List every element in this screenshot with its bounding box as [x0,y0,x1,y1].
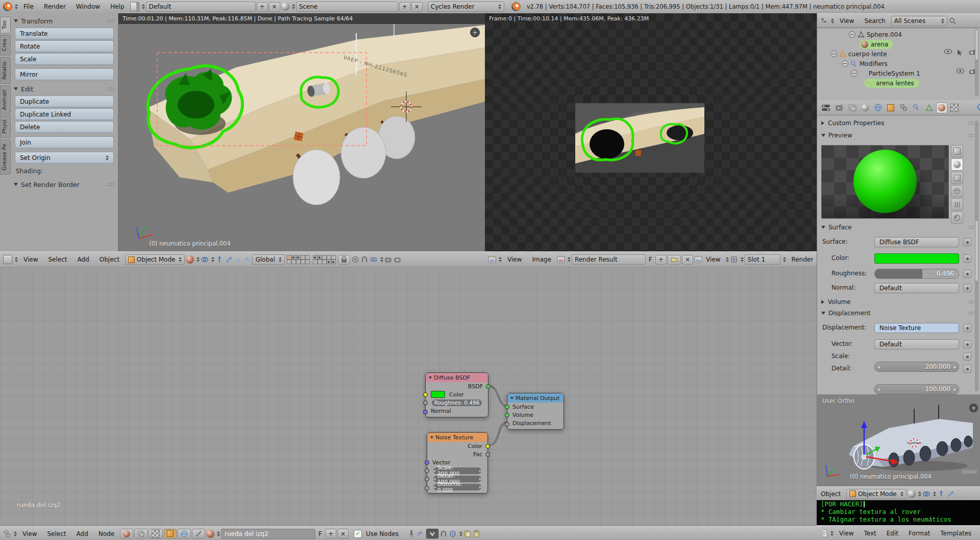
translate-button[interactable]: Translate [15,28,114,39]
manipulator-translate-icon[interactable] [215,255,224,264]
fake-user-button[interactable]: F [316,530,324,537]
detail-input-socket[interactable] [425,477,429,481]
unlink-material-button[interactable]: × [337,529,349,538]
snap-element-icon[interactable] [370,255,378,264]
menu-add[interactable]: Add [72,530,93,537]
displacement-input-socket[interactable] [505,422,509,427]
surface-socket-button[interactable] [963,238,971,246]
scene-selector[interactable]: Scene [296,2,398,12]
outliner-row-sphere[interactable]: Sphere.004 [849,30,902,39]
fac-output-socket[interactable] [485,452,490,457]
mode-selector[interactable]: Object Mode [125,254,185,265]
vector-dropdown[interactable]: Default [874,339,959,349]
render-tab-camera-icon[interactable] [834,102,845,113]
node-header[interactable]: Material Output [507,393,564,403]
node-editor[interactable]: Diffuse BSDF BSDF Color Roughnes: 0.496 … [0,267,817,526]
preview-monkey-button[interactable] [951,185,963,197]
mini-viewport-3d[interactable]: User Ortho (0) neumatico principal.004 + [817,394,980,486]
properties-scrollbar[interactable] [975,121,978,391]
viewport-shading-icon[interactable] [186,255,194,264]
unlink-image-button[interactable]: × [682,255,693,265]
duplicate-linked-button[interactable]: Duplicate Linked [15,108,114,120]
screen-layout-selector[interactable]: Default [146,2,256,12]
menu-select[interactable]: Select [42,530,70,537]
new-image-button[interactable]: + [655,255,667,265]
menu-format[interactable]: Format [904,530,935,537]
lock-to-scene-button[interactable] [338,255,350,265]
tab-grease-pencil[interactable]: Grease Pe [0,139,11,175]
menu-render[interactable]: Render [39,3,70,10]
layers-widget-2[interactable] [313,255,336,264]
visibility-eye-icon[interactable] [957,68,964,76]
duplicate-button[interactable]: Duplicate [15,96,114,107]
outliner-row-particlesystem[interactable]: ParticleSystem 1 [851,68,920,78]
node-noise-texture[interactable]: Noise Texture Color Fac Vector ◂Scale: 2… [427,432,488,494]
image-datablock-name[interactable]: Render Result [572,254,646,265]
display-mode-selector[interactable]: All Scenes [891,16,947,26]
viewport-3d[interactable]: VAEP - NH-2112S6S6S Time:00:01.20 | Mem:… [118,13,485,251]
color-output-socket[interactable] [485,444,490,449]
tab-tools[interactable]: Too [0,16,11,33]
pin-icon[interactable] [408,530,416,538]
outliner-row-cuerpo-lente[interactable]: cuerpo lente [830,49,887,59]
pivot-point-icon[interactable] [922,490,930,498]
menu-view[interactable]: View [835,17,859,25]
menu-templates[interactable]: Templates [936,530,976,537]
surface-shader-dropdown[interactable]: Diffuse BSDF [874,237,959,247]
blender-app-icon[interactable] [3,2,12,11]
panel-displacement[interactable]: Displacement [821,310,976,317]
snap-target-icon[interactable] [449,530,457,538]
image-datablock-icon[interactable] [557,255,565,264]
proportional-edit-icon[interactable] [351,255,359,264]
outliner-scrollbar[interactable] [975,30,978,96]
mesh-data-tab-icon[interactable] [923,102,935,113]
world-tab-icon[interactable] [872,102,884,113]
color-input-socket[interactable] [423,392,428,397]
editor-type-icon[interactable] [488,255,496,264]
node-header[interactable]: Noise Texture [427,433,487,442]
volume-input-socket[interactable] [505,413,509,417]
manipulator-scale-icon[interactable] [234,255,242,264]
tab-physics[interactable]: Physi [0,115,11,138]
close-scene-button[interactable]: × [411,2,423,12]
text-editor[interactable]: [POR HACER] * Cambiar textura al rover *… [817,500,980,525]
rotate-button[interactable]: Rotate [15,40,114,52]
menu-add[interactable]: Add [73,256,94,263]
fake-user-button[interactable]: F [647,256,654,263]
editor-type-icon[interactable] [3,255,12,264]
display-channels-icon[interactable] [694,255,702,264]
node-header[interactable]: Diffuse BSDF [426,373,488,382]
shader-nodes-button[interactable] [120,529,133,538]
object-shader-button[interactable] [164,529,177,538]
drag-dots-icon[interactable] [107,19,115,24]
panel-custom-properties[interactable]: Custom Properties [821,120,976,127]
pivot-icon[interactable] [730,255,738,264]
add-scene-button[interactable]: + [399,2,410,12]
mirror-button[interactable]: Mirror [15,68,114,80]
distortion-input-socket[interactable] [425,486,429,490]
linestyle-shader-button[interactable] [192,529,205,538]
preview-world-sphere-button[interactable] [951,212,963,224]
detail-field[interactable]: ◂ 100.000 ▸ [874,384,959,394]
object-tab-icon[interactable] [885,102,896,113]
scale-button[interactable]: Scale [15,53,114,65]
visibility-eye-icon[interactable] [944,49,951,56]
go-to-parent-icon[interactable] [417,530,425,538]
join-button[interactable]: Join [15,136,114,148]
collapse-icon[interactable] [849,31,855,38]
scale-input-socket[interactable] [425,468,429,473]
collapse-icon[interactable] [842,60,848,67]
search-icon[interactable] [948,17,957,25]
render-layers-tab-icon[interactable] [847,102,858,113]
material-tab-icon[interactable] [936,102,947,113]
copy-nodes-icon[interactable] [463,530,472,538]
texture-tab-icon[interactable] [949,102,960,113]
set-origin-dropdown[interactable]: Set Origin [15,152,114,163]
panel-set-render-border[interactable]: Set Render Border [14,179,115,190]
panel-surface[interactable]: Surface [821,224,976,231]
manipulator-axis-icon[interactable] [243,255,251,264]
editor-type-icon[interactable] [3,530,11,538]
view-mode-label[interactable]: View [703,256,723,263]
material-name-field[interactable]: rueda del izq2 [221,529,315,539]
normal-socket-button[interactable] [963,284,971,292]
